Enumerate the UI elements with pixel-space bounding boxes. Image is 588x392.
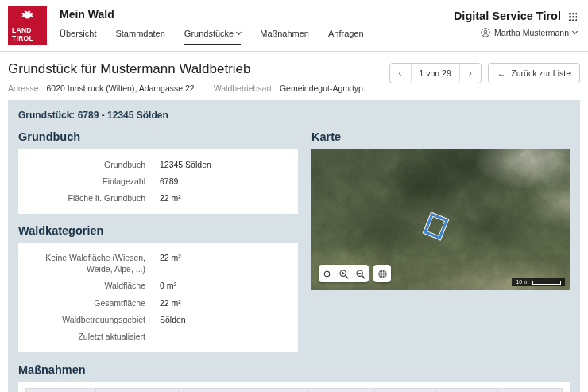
parcel-title: Grundstück: 6789 - 12345 Sölden (18, 110, 570, 121)
nav-uebersicht[interactable]: Übersicht (60, 29, 96, 45)
page-title: Grundstück für Mustermann Waldbetrieb (8, 61, 366, 77)
field-row: Einlagezahl 6789 (28, 173, 288, 189)
nav-stammdaten[interactable]: Stammdaten (115, 29, 164, 45)
field-row: Gesamtfläche 22 m² (28, 294, 288, 311)
apps-grid-icon[interactable] (568, 12, 577, 21)
logo-text-line2: TIROL (12, 35, 43, 42)
nav-massnahmen[interactable]: Maßnahmen (260, 29, 309, 45)
massnahmen-table-card: Maßnahmennummer Maßnahmenbezeichnung Ers… (18, 382, 570, 392)
user-menu[interactable]: Martha Mustermann (481, 28, 577, 37)
col-durchfuehrungsdatum[interactable]: Durchführungsdatum (498, 388, 563, 392)
scale-line (532, 281, 561, 285)
zoom-out-button[interactable] (352, 265, 369, 282)
chevron-down-icon (572, 29, 578, 34)
land-tirol-logo: LAND TIROL (8, 6, 47, 45)
basemap-layers-button[interactable] (373, 265, 391, 282)
back-arrow-icon: ← (497, 68, 506, 78)
grundbuch-card: Grundbuch 12345 Sölden Einlagezahl 6789 … (18, 149, 298, 214)
betriebsart-label: Waldbetriebsart (214, 83, 272, 93)
massnahmen-heading: Maßnahmen (18, 363, 570, 376)
zoom-in-button[interactable] (335, 265, 352, 282)
next-page-button[interactable]: › (460, 64, 481, 83)
service-title: Digital Service Tirol (454, 10, 561, 22)
map-toolbar (319, 265, 369, 282)
karte-heading: Karte (311, 130, 570, 143)
page-indicator: 1 von 29 (411, 64, 460, 83)
field-row: Waldbetreuungsgebiet Sölden (28, 311, 288, 328)
nav-anfragen[interactable]: Anfragen (328, 29, 364, 45)
address-value: 6020 Innsbruck (Wilten), Adamgasse 22 (47, 83, 195, 93)
field-row: Fläche lt. Grundbuch 22 m² (28, 189, 288, 206)
user-name: Martha Mustermann (494, 28, 569, 37)
main-nav: Übersicht Stammdaten Grundstücke Maßnahm… (60, 29, 364, 45)
nav-grundstuecke[interactable]: Grundstücke (184, 29, 241, 45)
parcel-polygon[interactable] (423, 212, 447, 239)
prev-page-button[interactable]: ‹ (390, 64, 411, 83)
col-massnahmennummer[interactable]: Maßnahmennummer (26, 388, 96, 392)
col-antragsdatum[interactable]: Antragsdatum (374, 388, 436, 392)
waldkategorien-card: Keine Waldfläche (Wiesen, Weide, Alpe, .… (18, 243, 298, 352)
col-erstellungsdatum[interactable]: Erstellungsdatum (179, 388, 246, 392)
field-row: Keine Waldfläche (Wiesen, Weide, Alpe, .… (28, 250, 288, 278)
address-label: Adresse (8, 83, 39, 93)
waldkategorien-heading: Waldkategorien (18, 224, 298, 237)
col-massnahmenstatus[interactable]: Maßnahmenstatus (436, 388, 498, 392)
back-to-list-button[interactable]: ← Zurück zur Liste (488, 63, 580, 83)
app-title: Mein Wald (60, 8, 364, 21)
scale-label: 10 m (516, 279, 528, 285)
chevron-down-icon (236, 29, 242, 35)
person-icon (481, 28, 490, 37)
col-massnahmenbezeichnung[interactable]: Maßnahmenbezeichnung (95, 388, 179, 392)
globe-icon (377, 269, 388, 279)
col-faellungsantragsstatus[interactable]: Fällungsantragsstatus (308, 388, 374, 392)
detail-panel: Grundstück: 6789 - 12345 Sölden Grundbuc… (8, 100, 580, 392)
app-header: LAND TIROL Mein Wald Übersicht Stammdate… (0, 0, 588, 52)
field-row: Grundbuch 12345 Sölden (28, 156, 288, 173)
betriebsart-value: Gemeindegut-Agm.typ. (280, 83, 366, 93)
pagination: ‹ 1 von 29 › (389, 63, 482, 83)
massnahmen-table: Maßnahmennummer Maßnahmenbezeichnung Ers… (25, 388, 563, 392)
grundbuch-heading: Grundbuch (18, 130, 298, 143)
field-row: Waldfläche 0 m² (28, 278, 288, 294)
field-row: Zuletzt aktualisiert (28, 328, 288, 344)
recenter-crosshair-button[interactable] (319, 265, 335, 282)
tirol-eagle-icon (21, 10, 34, 20)
map-scalebar: 10 m (512, 278, 565, 286)
map-canvas[interactable]: 10 m (311, 149, 570, 290)
col-waldkategorie[interactable]: Waldkategorie (246, 388, 308, 392)
address-row: Adresse 6020 Innsbruck (Wilten), Adamgas… (8, 83, 366, 93)
